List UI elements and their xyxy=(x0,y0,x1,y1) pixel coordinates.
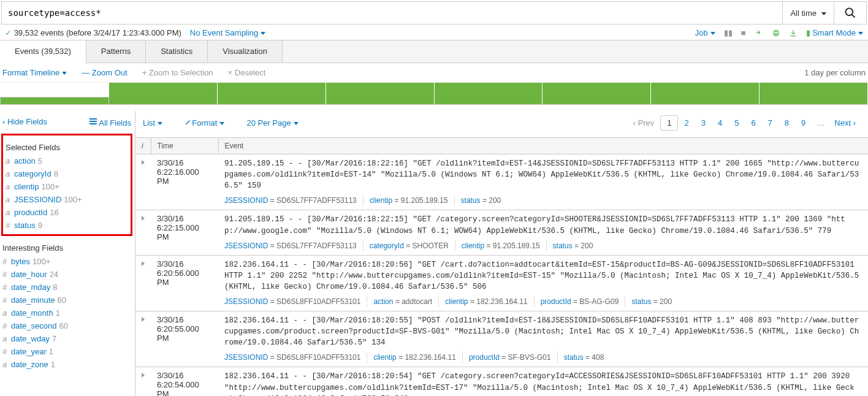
tab-events[interactable]: Events (39,532) xyxy=(0,40,86,63)
field-name[interactable]: action xyxy=(14,156,36,166)
expand-event-button[interactable] xyxy=(135,311,151,367)
field-tag[interactable]: action = addtocart xyxy=(373,296,439,307)
col-expand[interactable]: i xyxy=(135,138,151,154)
expand-event-button[interactable] xyxy=(135,210,151,255)
timeline-bar[interactable] xyxy=(651,83,760,104)
job-dropdown[interactable]: Job xyxy=(695,28,715,37)
field-name[interactable]: JSESSIONID xyxy=(14,195,61,204)
page-number[interactable]: 5 xyxy=(728,116,745,130)
field-name[interactable]: date_mday xyxy=(11,283,50,292)
event-sampling-dropdown[interactable]: No Event Sampling xyxy=(190,28,265,37)
timeline-chart[interactable] xyxy=(0,83,868,105)
tab-visualization[interactable]: Visualization xyxy=(208,40,283,63)
field-tag[interactable]: status = 200 xyxy=(631,296,678,307)
field-row[interactable]: aJSESSIONID 100+ xyxy=(4,193,129,206)
format-timeline-dropdown[interactable]: Format Timeline xyxy=(2,68,67,77)
field-tag[interactable]: status = 200 xyxy=(461,195,508,206)
expand-event-button[interactable] xyxy=(135,154,151,210)
timeline-bar[interactable] xyxy=(760,83,868,104)
list-view-dropdown[interactable]: List xyxy=(143,118,162,128)
page-number[interactable]: 8 xyxy=(779,116,795,130)
field-tag[interactable]: productId = SF-BVS-G01 xyxy=(469,352,558,363)
format-dropdown[interactable]: Format xyxy=(185,118,224,128)
stop-icon[interactable]: ■ xyxy=(741,28,746,37)
pause-icon[interactable]: ▮▮ xyxy=(724,28,733,37)
expand-event-button[interactable] xyxy=(135,367,151,396)
timeline-bar[interactable] xyxy=(542,83,651,104)
event-raw[interactable]: 182.236.164.11 - - [30/Mar/2016:18:20:56… xyxy=(224,259,862,292)
field-row[interactable]: acategoryId 8 xyxy=(4,167,129,180)
expand-event-button[interactable] xyxy=(135,255,151,311)
event-raw[interactable]: 182.236.164.11 - - [30/Mar/2016:18:20:54… xyxy=(224,371,862,396)
event-raw[interactable]: 91.205.189.15 - - [30/Mar/2016:18:22:16]… xyxy=(224,158,862,191)
per-page-dropdown[interactable]: 20 Per Page xyxy=(246,118,298,128)
field-name[interactable]: date_hour xyxy=(11,270,47,279)
tab-patterns[interactable]: Patterns xyxy=(86,40,146,63)
field-row[interactable]: adate_wday 7 xyxy=(1,332,132,345)
field-tag[interactable]: JSESSIONID = SD6SL8FF10ADFF53101 xyxy=(224,352,367,363)
time-range-picker[interactable]: All time xyxy=(782,2,834,24)
search-button[interactable] xyxy=(834,2,866,24)
field-row[interactable]: #date_hour 24 xyxy=(1,268,132,281)
event-raw[interactable]: 91.205.189.15 - - [30/Mar/2016:18:22:15]… xyxy=(224,214,862,236)
field-row[interactable]: aproductId 16 xyxy=(4,206,129,219)
field-name[interactable]: productId xyxy=(14,208,47,217)
timeline-bar[interactable] xyxy=(218,83,326,104)
field-name[interactable]: date_wday xyxy=(11,334,50,343)
field-tag[interactable]: productId = BS-AG-G09 xyxy=(541,296,626,307)
page-number[interactable]: 2 xyxy=(678,116,695,130)
timeline-bar[interactable] xyxy=(109,83,218,104)
page-number[interactable]: 3 xyxy=(695,116,712,130)
tab-statistics[interactable]: Statistics xyxy=(146,40,208,63)
timeline-bar[interactable] xyxy=(0,97,109,104)
field-row[interactable]: aaction 5 xyxy=(4,154,129,167)
field-tag[interactable]: JSESSIONID = SD6SL7FF7ADFF53113 xyxy=(224,240,364,251)
page-number[interactable]: 4 xyxy=(712,116,728,130)
field-tag[interactable]: status = 408 xyxy=(564,352,611,363)
field-row[interactable]: #date_mday 8 xyxy=(1,281,132,294)
field-row[interactable]: #bytes 100+ xyxy=(1,255,132,268)
field-tag[interactable]: clientip = 182.236.164.11 xyxy=(373,352,462,363)
share-icon[interactable] xyxy=(755,29,763,37)
field-name[interactable]: date_month xyxy=(11,308,53,318)
field-tag[interactable]: clientip = 91.205.189.15 xyxy=(370,195,455,206)
next-page-button[interactable]: Next › xyxy=(829,116,861,130)
field-name[interactable]: categoryId xyxy=(14,169,51,178)
field-row[interactable]: adate_month 1 xyxy=(1,307,132,319)
timeline-bar[interactable] xyxy=(435,83,543,104)
timeline-bar[interactable] xyxy=(326,83,435,104)
print-icon[interactable] xyxy=(772,29,780,37)
page-number[interactable]: 7 xyxy=(762,116,779,130)
field-tag[interactable]: status = 200 xyxy=(553,240,600,251)
page-number[interactable]: 6 xyxy=(745,116,761,130)
field-name[interactable]: date_second xyxy=(11,321,56,330)
page-number[interactable]: 9 xyxy=(795,116,812,130)
field-tag[interactable]: JSESSIONID = SD6SL8FF10ADFF53101 xyxy=(224,296,367,307)
zoom-out-button[interactable]: — Zoom Out xyxy=(82,68,127,77)
col-time[interactable]: Time xyxy=(151,138,218,154)
field-name[interactable]: date_year xyxy=(11,347,47,356)
field-row[interactable]: #date_minute 60 xyxy=(1,294,132,307)
field-tag[interactable]: JSESSIONID = SD6SL7FF7ADFF53113 xyxy=(224,195,364,206)
page-number[interactable]: 1 xyxy=(660,115,678,131)
col-event[interactable]: Event xyxy=(218,138,868,154)
download-icon[interactable] xyxy=(789,29,798,37)
field-tag[interactable]: clientip = 182.236.164.11 xyxy=(445,296,534,307)
field-row[interactable]: adate_zone 1 xyxy=(1,358,132,371)
field-tag[interactable]: clientip = 91.205.189.15 xyxy=(462,240,547,251)
field-row[interactable]: #status 9 xyxy=(4,219,129,232)
field-name[interactable]: clientip xyxy=(14,182,39,191)
field-name[interactable]: date_minute xyxy=(11,295,55,305)
hide-fields-button[interactable]: ‹ Hide Fields xyxy=(2,117,47,128)
search-input[interactable] xyxy=(2,2,782,24)
field-tag[interactable]: categoryId = SHOOTER xyxy=(370,240,455,251)
field-row[interactable]: aclientip 100+ xyxy=(4,180,129,193)
event-raw[interactable]: 182.236.164.11 - - [30/Mar/2016:18:20:55… xyxy=(224,315,862,348)
field-name[interactable]: bytes xyxy=(11,257,30,266)
search-mode-dropdown[interactable]: ▮ Smart Mode xyxy=(806,28,863,37)
field-name[interactable]: status xyxy=(14,221,36,230)
field-row[interactable]: #date_second 60 xyxy=(1,319,132,332)
field-row[interactable]: #date_year 1 xyxy=(1,345,132,358)
all-fields-button[interactable]: All Fields xyxy=(89,117,131,128)
field-name[interactable]: date_zone xyxy=(11,360,48,369)
